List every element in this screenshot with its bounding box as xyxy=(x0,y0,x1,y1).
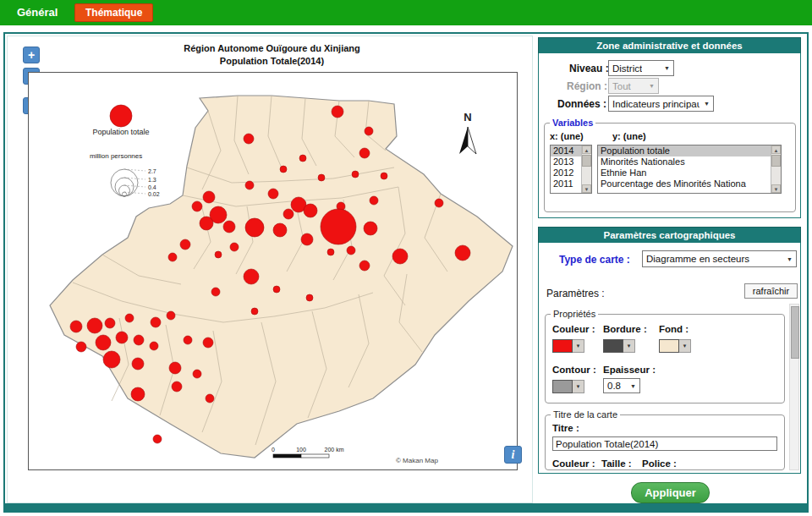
population-bubble[interactable] xyxy=(172,382,182,392)
population-bubble[interactable] xyxy=(251,308,258,315)
population-bubble[interactable] xyxy=(206,394,214,403)
population-bubble[interactable] xyxy=(359,148,370,158)
scroll-down-icon[interactable]: ▼ xyxy=(771,184,781,193)
population-bubble[interactable] xyxy=(273,286,280,293)
population-bubble[interactable] xyxy=(352,171,359,178)
type-carte-select[interactable]: Diagramme en secteurs▼ xyxy=(642,250,797,267)
x-list-scrollbar[interactable]: ▲ ▼ xyxy=(581,145,591,193)
fond-picker[interactable]: ▼ xyxy=(659,339,691,353)
x-listbox[interactable]: 2014201320122011 ▲ ▼ xyxy=(550,145,592,194)
tab-thematique[interactable]: Thématique xyxy=(74,3,153,22)
population-bubble[interactable] xyxy=(364,222,377,235)
population-bubble[interactable] xyxy=(283,209,294,219)
population-bubble[interactable] xyxy=(193,370,201,378)
population-bubble[interactable] xyxy=(244,134,254,144)
population-bubble[interactable] xyxy=(327,249,334,255)
population-bubble[interactable] xyxy=(103,351,120,368)
population-bubble[interactable] xyxy=(306,294,313,301)
scroll-track[interactable] xyxy=(582,154,591,184)
population-bubble[interactable] xyxy=(180,239,190,250)
population-bubble[interactable] xyxy=(435,199,443,207)
list-option[interactable]: 2013 xyxy=(551,156,581,167)
refresh-button[interactable]: rafraîchir xyxy=(744,283,798,299)
population-bubble[interactable] xyxy=(268,189,278,199)
population-bubble[interactable] xyxy=(359,261,370,271)
population-bubble[interactable] xyxy=(203,338,213,348)
population-bubble[interactable] xyxy=(304,204,317,217)
population-bubble[interactable] xyxy=(370,196,378,205)
population-bubble[interactable] xyxy=(455,245,470,261)
population-bubble[interactable] xyxy=(318,174,325,181)
list-option[interactable]: 2014 xyxy=(551,145,581,156)
map-title: Région Autonome Ouïgoure du Xinjiang Pop… xyxy=(28,42,516,68)
population-bubble[interactable] xyxy=(184,336,192,344)
population-bubble[interactable] xyxy=(381,173,387,179)
list-option[interactable]: 2011 xyxy=(551,178,581,189)
population-bubble[interactable] xyxy=(150,342,158,350)
y-listbox[interactable]: Population totaleMinorités NationalesEth… xyxy=(597,145,782,194)
population-bubble[interactable] xyxy=(70,321,82,332)
population-bubble[interactable] xyxy=(131,387,145,401)
y-list-scrollbar[interactable]: ▲ ▼ xyxy=(771,145,781,193)
scroll-down-icon[interactable]: ▼ xyxy=(582,184,591,193)
population-bubble[interactable] xyxy=(332,106,343,118)
region-select[interactable]: Tout▼ xyxy=(608,78,659,94)
apply-button[interactable]: Appliquer xyxy=(631,482,710,503)
map-title-input[interactable] xyxy=(552,436,777,451)
population-bubble[interactable] xyxy=(245,218,264,237)
tab-general[interactable]: Général xyxy=(17,0,58,25)
scroll-thumb[interactable] xyxy=(771,155,781,167)
list-option[interactable]: Population totale xyxy=(598,145,771,156)
bordure-picker[interactable]: ▼ xyxy=(603,339,635,353)
info-button[interactable]: i xyxy=(504,446,522,464)
list-option[interactable]: Minorités Nationales xyxy=(598,156,771,167)
contour-picker[interactable]: ▼ xyxy=(552,380,584,393)
population-bubble[interactable] xyxy=(273,223,287,237)
donnees-select[interactable]: Indicateurs principaux▼ xyxy=(608,96,714,112)
population-bubble[interactable] xyxy=(168,253,177,261)
population-bubble[interactable] xyxy=(223,221,235,233)
population-bubble[interactable] xyxy=(167,311,175,320)
epaisseur-select[interactable]: 0.8▼ xyxy=(603,378,640,393)
population-bubble[interactable] xyxy=(244,269,259,284)
population-bubble[interactable] xyxy=(96,335,111,350)
list-option[interactable]: 2012 xyxy=(551,167,581,178)
list-option[interactable]: Pourcentage des Minorités Nationa xyxy=(598,178,771,189)
scroll-thumb[interactable] xyxy=(582,155,591,167)
population-bubble[interactable] xyxy=(151,317,161,327)
scroll-up-icon[interactable]: ▲ xyxy=(771,145,781,154)
population-bubble[interactable] xyxy=(392,249,408,264)
population-bubble[interactable] xyxy=(76,342,86,352)
population-bubble[interactable] xyxy=(365,127,373,135)
region-polygon[interactable] xyxy=(50,96,513,458)
list-option[interactable]: Ethnie Han xyxy=(598,167,771,178)
population-bubble[interactable] xyxy=(203,191,215,203)
population-bubble[interactable] xyxy=(230,243,239,251)
population-bubble[interactable] xyxy=(280,166,287,173)
panel-scrollbar[interactable] xyxy=(789,304,799,470)
population-bubble[interactable] xyxy=(321,209,356,244)
couleur-picker[interactable]: ▼ xyxy=(552,339,584,353)
population-bubble[interactable] xyxy=(125,314,134,322)
population-bubble[interactable] xyxy=(116,332,128,343)
population-bubble[interactable] xyxy=(132,358,144,370)
population-bubble[interactable] xyxy=(200,217,213,230)
population-bubble[interactable] xyxy=(245,181,254,189)
population-bubble[interactable] xyxy=(347,246,355,255)
population-bubble[interactable] xyxy=(87,318,102,333)
scroll-track[interactable] xyxy=(771,154,781,184)
panel-scroll-thumb[interactable] xyxy=(791,306,799,359)
population-bubble[interactable] xyxy=(299,155,306,162)
population-bubble[interactable] xyxy=(215,251,222,258)
population-bubble[interactable] xyxy=(301,233,313,245)
scroll-up-icon[interactable]: ▲ xyxy=(582,145,591,154)
population-bubble[interactable] xyxy=(211,288,220,296)
population-bubble[interactable] xyxy=(169,362,181,374)
population-bubble[interactable] xyxy=(105,318,115,328)
niveau-select[interactable]: District▼ xyxy=(608,60,674,76)
population-bubble[interactable] xyxy=(153,435,162,443)
population-bubble[interactable] xyxy=(192,201,202,211)
population-bubble[interactable] xyxy=(134,335,144,345)
map-canvas[interactable]: Population totale million personnes 2.71… xyxy=(29,73,517,469)
map-frame: Population totale million personnes 2.71… xyxy=(28,72,518,470)
